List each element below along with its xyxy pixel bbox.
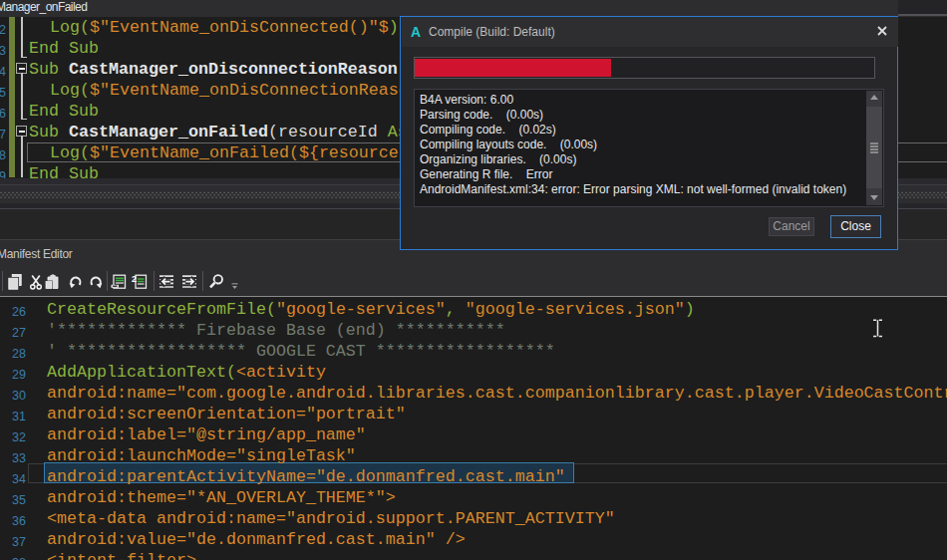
svg-text:2: 2 (132, 274, 137, 284)
